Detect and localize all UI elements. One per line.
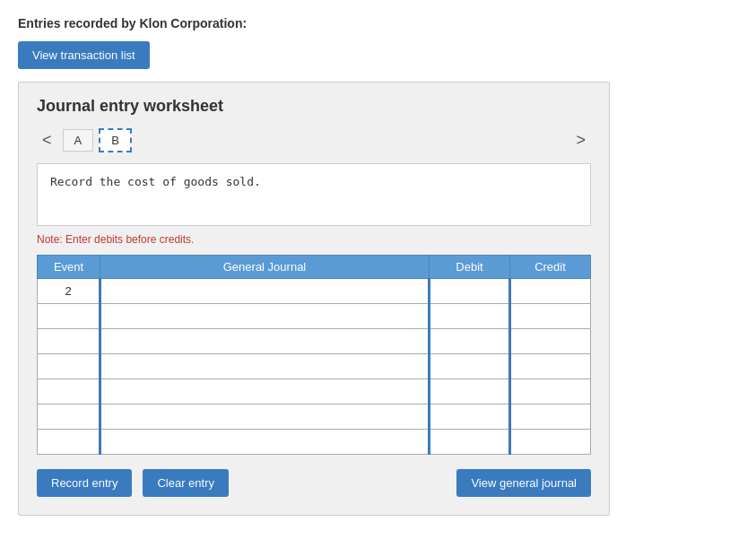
debit-cell[interactable] — [430, 404, 510, 430]
journal-input[interactable] — [101, 379, 428, 404]
debit-input[interactable] — [430, 430, 508, 454]
debit-cell[interactable] — [430, 304, 510, 329]
journal-cell[interactable] — [100, 354, 430, 379]
credit-cell[interactable] — [510, 404, 591, 430]
credit-input[interactable] — [511, 354, 590, 378]
credit-input[interactable] — [511, 304, 590, 328]
debit-input[interactable] — [430, 354, 508, 378]
page-title: Entries recorded by Klon Corporation: — [18, 16, 738, 30]
event-cell — [38, 329, 100, 354]
tab-b[interactable]: B — [99, 128, 132, 152]
credit-cell[interactable] — [510, 329, 591, 354]
debit-input[interactable] — [430, 379, 508, 404]
view-transaction-button[interactable]: View transaction list — [18, 41, 150, 69]
credit-input[interactable] — [511, 329, 590, 353]
debit-input[interactable] — [430, 329, 508, 353]
journal-cell[interactable] — [100, 279, 430, 304]
debit-cell[interactable] — [430, 379, 510, 404]
journal-cell[interactable] — [100, 430, 430, 455]
credit-cell[interactable] — [510, 379, 591, 404]
journal-cell[interactable] — [100, 329, 430, 354]
event-cell — [38, 430, 100, 455]
debit-input[interactable] — [430, 279, 508, 303]
event-cell — [38, 404, 100, 430]
col-header-credit: Credit — [510, 256, 591, 279]
worksheet-container: Journal entry worksheet < A B > Record t… — [18, 82, 610, 516]
tab-nav-right[interactable]: > — [570, 129, 591, 152]
journal-input[interactable] — [101, 304, 428, 328]
table-row — [38, 430, 591, 455]
credit-input[interactable] — [511, 404, 590, 429]
credit-cell[interactable] — [510, 430, 591, 455]
credit-input[interactable] — [511, 279, 590, 303]
tabs-row: < A B > — [37, 128, 591, 152]
credit-input[interactable] — [511, 379, 590, 404]
tab-nav-left[interactable]: < — [37, 129, 57, 152]
journal-input[interactable] — [101, 404, 428, 429]
journal-table: Event General Journal Debit Credit 2 — [37, 255, 591, 455]
worksheet-title: Journal entry worksheet — [37, 97, 591, 116]
table-row — [38, 404, 591, 430]
credit-input[interactable] — [511, 430, 590, 454]
event-cell — [38, 379, 100, 404]
table-row — [38, 304, 591, 329]
col-header-debit: Debit — [430, 256, 510, 279]
clear-entry-button[interactable]: Clear entry — [143, 469, 229, 497]
debit-cell[interactable] — [430, 279, 510, 304]
journal-cell[interactable] — [100, 379, 430, 404]
journal-input[interactable] — [101, 354, 428, 378]
journal-cell[interactable] — [100, 404, 430, 430]
event-cell — [38, 304, 100, 329]
event-cell — [38, 354, 100, 379]
instruction-box: Record the cost of goods sold. — [37, 163, 591, 226]
view-general-journal-button[interactable]: View general journal — [456, 469, 591, 497]
col-header-event: Event — [38, 256, 100, 279]
note-text: Note: Enter debits before credits. — [37, 233, 591, 246]
debit-cell[interactable] — [430, 354, 510, 379]
credit-cell[interactable] — [510, 304, 591, 329]
event-cell: 2 — [38, 279, 100, 304]
footer-buttons: Record entry Clear entry View general jo… — [37, 469, 591, 497]
debit-cell[interactable] — [430, 430, 510, 455]
table-row — [38, 354, 591, 379]
table-row — [38, 329, 591, 354]
journal-cell[interactable] — [100, 304, 430, 329]
debit-input[interactable] — [430, 404, 508, 429]
debit-cell[interactable] — [430, 329, 510, 354]
col-header-journal: General Journal — [100, 256, 430, 279]
journal-input[interactable] — [101, 279, 428, 303]
journal-input[interactable] — [101, 329, 428, 353]
table-row: 2 — [38, 279, 591, 304]
journal-input[interactable] — [101, 430, 428, 454]
tab-a[interactable]: A — [63, 129, 94, 152]
table-row — [38, 379, 591, 404]
credit-cell[interactable] — [510, 354, 591, 379]
debit-input[interactable] — [430, 304, 508, 328]
instruction-text: Record the cost of goods sold. — [50, 175, 261, 188]
credit-cell[interactable] — [510, 279, 591, 304]
record-entry-button[interactable]: Record entry — [37, 469, 132, 497]
